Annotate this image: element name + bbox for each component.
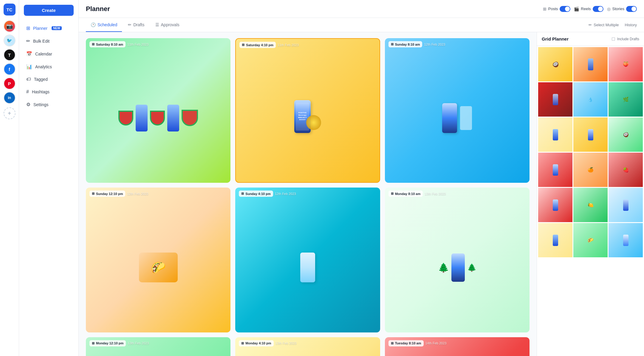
account-instagram[interactable]: 📷: [4, 20, 16, 32]
checkbox-icon: ☐: [612, 37, 615, 41]
icon-sidebar: TC 📷 🐦 T f P in +: [0, 0, 19, 356]
post-card-9-header: ⊞ Tuesday 8:10 am 14th Feb 2023: [385, 337, 530, 349]
account-twitter[interactable]: 🐦: [4, 35, 16, 47]
grid-thumb-10[interactable]: [538, 153, 572, 187]
post-card-5-header: ⊞ Sunday 4:10 pm 12th Feb 2023: [235, 188, 380, 200]
analytics-icon: 📊: [26, 64, 32, 69]
sidebar-item-calendar[interactable]: 📅 Calendar: [21, 48, 76, 60]
bulk-edit-icon: ✏: [26, 38, 30, 44]
calendar-icon: 📅: [26, 51, 32, 57]
post-card-8-header: ⊞ Monday 4:10 pm 13th Feb 2023: [235, 337, 380, 349]
post-1-time-badge: ⊞ Saturday 8:10 am: [89, 41, 126, 47]
grid-preview-inner: 🥥 🍑: [538, 47, 643, 257]
account-linkedin[interactable]: in: [4, 92, 16, 104]
post-card-9[interactable]: ⊞ Tuesday 8:10 am 14th Feb 2023: [385, 337, 530, 356]
grid-thumb-1[interactable]: 🥥: [538, 47, 572, 81]
planner-icon: ⊞: [26, 25, 30, 31]
posts-grid: ⊞ Saturday 8:10 am 11th Feb 2023: [86, 38, 530, 356]
grid-icon-9: ⊞: [391, 341, 394, 345]
account-facebook[interactable]: f: [4, 63, 16, 75]
posts-toggle[interactable]: [560, 6, 570, 12]
content-area: ⊞ Saturday 8:10 am 11th Feb 2023: [79, 32, 644, 356]
grid-thumb-8[interactable]: [573, 117, 608, 152]
nav-sidebar: Create ⊞ Planner NEW ✏ Bulk Edit 📅 Calen…: [19, 0, 79, 356]
sidebar-item-analytics[interactable]: 📊 Analytics: [21, 61, 76, 72]
grid-icon-8: ⊞: [241, 341, 244, 345]
post-9-time-badge: ⊞ Tuesday 8:10 am: [388, 340, 424, 346]
post-8-time-badge: ⊞ Monday 4:10 pm: [239, 340, 273, 346]
post-card-1-header: ⊞ Saturday 8:10 am 11th Feb 2023: [86, 38, 230, 50]
include-drafts-label[interactable]: ☐ Include Drafts: [612, 37, 639, 41]
posts-icon: ⊞: [543, 7, 547, 11]
main-content: Planner ⊞ Posts 🎬 Reels ◎ Stories 🕐 Sche…: [79, 0, 644, 356]
grid-thumb-15[interactable]: [609, 188, 643, 222]
grid-icon-6: ⊞: [391, 192, 394, 196]
post-6-time-badge: ⊞ Monday 8:10 am: [388, 191, 423, 197]
tab-approvals[interactable]: ☰ Approvals: [151, 18, 184, 32]
post-card-2[interactable]: ⊞ Saturday 4:10 pm 11th Feb 2023 POSITIV…: [235, 38, 380, 183]
post-card-7[interactable]: ⊞ Monday 12:10 pm 13th Feb 2023: [86, 337, 230, 356]
grid-thumb-2[interactable]: [573, 47, 608, 81]
hashtags-icon: #: [26, 89, 29, 95]
grid-icon-4: ⊞: [92, 192, 95, 196]
post-card-4-header: ⊞ Sunday 12:10 pm 12th Feb 2023: [86, 188, 230, 200]
drafts-edit-icon: ✏: [128, 22, 131, 27]
sidebar-item-settings[interactable]: ⚙ Settings: [21, 99, 76, 110]
settings-icon: ⚙: [26, 102, 30, 107]
user-avatar[interactable]: TC: [4, 4, 16, 16]
posts-toggle-item: ⊞ Posts: [543, 6, 571, 12]
create-button[interactable]: Create: [24, 5, 74, 16]
post-card-5[interactable]: ⊞ Sunday 4:10 pm 12th Feb 2023: [235, 188, 380, 332]
account-pinterest[interactable]: P: [4, 78, 16, 89]
history-button[interactable]: History: [625, 23, 637, 27]
grid-thumb-5[interactable]: 💧: [573, 82, 608, 117]
select-multiple-icon: ✏: [589, 23, 592, 27]
grid-thumb-18[interactable]: [609, 223, 643, 257]
posts-grid-area: ⊞ Saturday 8:10 am 11th Feb 2023: [79, 32, 537, 356]
post-card-3-header: ⊞ Sunday 8:10 am 12th Feb 2023: [385, 38, 530, 50]
post-5-time-badge: ⊞ Sunday 4:10 pm: [239, 191, 273, 197]
tab-drafts[interactable]: ✏ Drafts: [123, 18, 149, 32]
sidebar-item-hashtags[interactable]: # Hashtags: [21, 86, 76, 97]
grid-thumb-7[interactable]: [538, 117, 572, 152]
post-card-8[interactable]: ⊞ Monday 4:10 pm 13th Feb 2023: [235, 337, 380, 356]
stories-icon: ◎: [607, 7, 611, 11]
right-panel-header: Grid Planner ☐ Include Drafts: [537, 32, 644, 46]
post-card-6[interactable]: ⊞ Monday 8:10 am 13th Feb 2023 🌲 🌲: [385, 188, 530, 332]
grid-thumb-17[interactable]: 🌮: [573, 223, 608, 257]
grid-icon-2: ⊞: [242, 43, 244, 47]
grid-icon-5: ⊞: [241, 192, 244, 196]
grid-thumb-4[interactable]: [538, 82, 572, 117]
post-card-2-header: ⊞ Saturday 4:10 pm 11th Feb 2023: [236, 39, 379, 51]
post-card-3[interactable]: ⊞ Sunday 8:10 am 12th Feb 2023: [385, 38, 530, 183]
toggle-group: ⊞ Posts 🎬 Reels ◎ Stories: [543, 6, 637, 12]
grid-thumb-13[interactable]: [538, 188, 572, 222]
grid-planner-title: Grid Planner: [542, 36, 569, 41]
select-multiple-button[interactable]: ✏ Select Multiple: [589, 23, 619, 27]
grid-thumb-16[interactable]: [538, 223, 572, 257]
post-card-7-header: ⊞ Monday 12:10 pm 13th Feb 2023: [86, 337, 230, 349]
sidebar-item-planner[interactable]: ⊞ Planner NEW: [21, 22, 76, 34]
post-4-time-badge: ⊞ Sunday 12:10 pm: [89, 191, 125, 197]
add-account-button[interactable]: +: [4, 107, 16, 119]
grid-preview: 🥥 🍑: [537, 46, 644, 356]
grid-icon: ⊞: [92, 42, 95, 46]
grid-thumb-14[interactable]: 🍋: [573, 188, 608, 222]
grid-thumb-6[interactable]: 🌿: [609, 82, 643, 117]
reels-toggle-item: 🎬 Reels: [574, 6, 603, 12]
post-card-4[interactable]: ⊞ Sunday 12:10 pm 12th Feb 2023 🌮: [86, 188, 230, 332]
reels-toggle[interactable]: [593, 6, 603, 12]
tab-scheduled[interactable]: 🕐 Scheduled: [86, 18, 122, 32]
grid-thumb-9[interactable]: 🥥: [609, 117, 643, 152]
sidebar-item-bulk-edit[interactable]: ✏ Bulk Edit: [21, 35, 76, 47]
grid-thumb-11[interactable]: 🍊: [573, 153, 608, 187]
grid-icon-3: ⊞: [391, 42, 394, 46]
sidebar-item-tagged[interactable]: 🏷 Tagged: [21, 74, 76, 85]
page-title: Planner: [86, 5, 538, 13]
post-card-1[interactable]: ⊞ Saturday 8:10 am 11th Feb 2023: [86, 38, 230, 183]
grid-thumb-12[interactable]: 🍓: [609, 153, 643, 187]
grid-thumb-3[interactable]: 🍑: [609, 47, 643, 81]
post-3-time-badge: ⊞ Sunday 8:10 am: [388, 41, 422, 47]
stories-toggle[interactable]: [626, 6, 637, 12]
account-tiktok[interactable]: T: [4, 49, 16, 61]
